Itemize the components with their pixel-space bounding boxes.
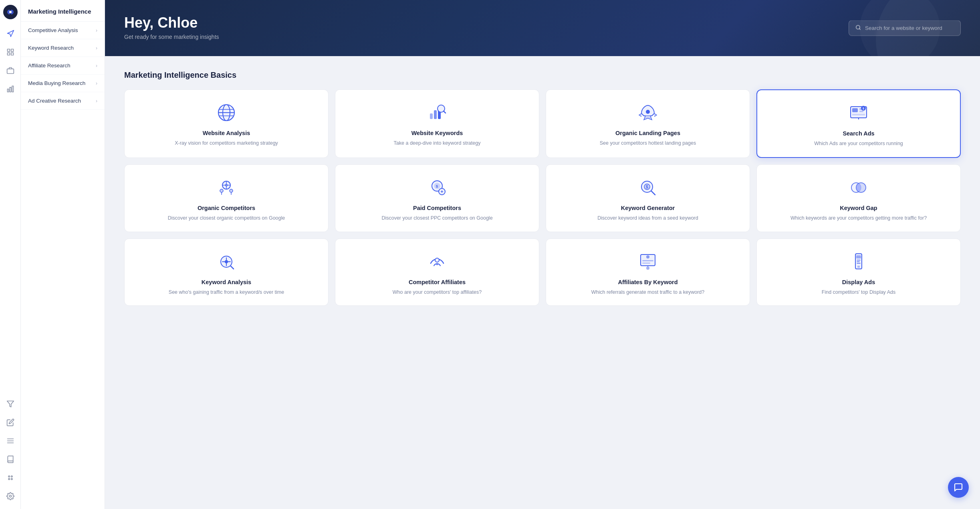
filter-icon[interactable] xyxy=(2,396,18,412)
chevron-right-icon: › xyxy=(96,28,97,33)
content-area: Marketing Intelligence Basics Website An… xyxy=(105,56,980,509)
rocket-icon xyxy=(636,101,659,124)
megaphone-icon[interactable] xyxy=(2,26,18,42)
svg-point-18 xyxy=(9,495,11,497)
card-affiliates-by-keyword[interactable]: Affiliates By Keyword Which referrals ge… xyxy=(546,238,750,306)
display-ads-icon xyxy=(847,250,870,273)
svg-point-49 xyxy=(226,185,227,186)
svg-rect-5 xyxy=(11,53,13,55)
card-title: Organic Competitors xyxy=(198,205,255,211)
svg-rect-36 xyxy=(852,114,865,115)
sidebar-item-affiliate-research[interactable]: Affiliate Research › xyxy=(21,57,105,75)
card-title: Competitor Affiliates xyxy=(409,279,466,285)
keyword-analysis-icon xyxy=(215,250,238,273)
card-desc: Which Ads are your competitors running xyxy=(814,140,903,147)
sidebar-title: Marketing Intelligence xyxy=(21,0,105,22)
greeting-text: Hey, Chloe xyxy=(124,14,961,31)
affiliates-kw-icon xyxy=(636,250,659,273)
card-organic-landing-pages[interactable]: Organic Landing Pages See your competito… xyxy=(546,89,750,158)
ad-screen-icon: $ xyxy=(847,101,870,125)
chevron-right-icon: › xyxy=(96,45,97,51)
menu-icon[interactable] xyxy=(2,433,18,449)
apps-icon[interactable] xyxy=(2,470,18,486)
bar-chart-icon[interactable] xyxy=(2,81,18,97)
svg-point-17 xyxy=(11,479,12,480)
briefcase-icon[interactable] xyxy=(2,63,18,79)
card-competitor-affiliates[interactable]: Competitor Affiliates Who are your compe… xyxy=(335,238,539,306)
svg-point-45 xyxy=(220,189,223,192)
svg-point-74 xyxy=(646,267,649,270)
svg-point-69 xyxy=(436,263,438,265)
sidebar-item-ad-creative-research[interactable]: Ad Creative Research › xyxy=(21,92,105,110)
book-icon[interactable] xyxy=(2,451,18,467)
chevron-right-icon: › xyxy=(96,63,97,69)
competitors-icon xyxy=(215,176,238,199)
svg-text:$: $ xyxy=(436,184,438,188)
card-organic-competitors[interactable]: Organic Competitors Discover your closes… xyxy=(124,164,329,232)
affiliates-icon xyxy=(425,250,449,273)
svg-point-46 xyxy=(230,189,233,192)
search-box[interactable] xyxy=(849,20,961,36)
globe-icon xyxy=(215,101,238,124)
card-desc: Discover keyword ideas from a seed keywo… xyxy=(597,214,698,222)
edit-icon[interactable] xyxy=(2,414,18,430)
keyword-gap-icon xyxy=(847,176,870,199)
paid-competitors-icon: $ xyxy=(425,176,449,199)
chat-button[interactable] xyxy=(948,477,969,498)
app-logo[interactable] xyxy=(3,5,18,19)
keyword-gen-icon: $ xyxy=(636,176,659,199)
icon-rail xyxy=(0,0,21,509)
card-desc: Discover your closest PPC competitors on… xyxy=(381,214,492,222)
svg-point-68 xyxy=(435,258,439,262)
svg-rect-2 xyxy=(7,49,10,52)
sidebar-item-competitive-analysis[interactable]: Competitive Analysis › xyxy=(21,22,105,39)
card-keyword-analysis[interactable]: Keyword Analysis See who's gaining traff… xyxy=(124,238,329,306)
grid-icon[interactable] xyxy=(2,44,18,60)
svg-point-66 xyxy=(225,260,228,263)
card-title: Affiliates By Keyword xyxy=(618,279,678,285)
card-title: Website Analysis xyxy=(203,130,250,136)
settings-icon[interactable] xyxy=(2,488,18,504)
card-desc: Which referrals generate most traffic to… xyxy=(591,289,705,296)
svg-point-62 xyxy=(856,184,861,192)
svg-rect-4 xyxy=(7,53,10,55)
card-desc: Which keywords are your competitors gett… xyxy=(790,214,927,222)
svg-line-57 xyxy=(651,191,655,195)
svg-rect-27 xyxy=(434,110,437,119)
sidebar: Marketing Intelligence Competitive Analy… xyxy=(21,0,105,509)
sidebar-item-media-buying-research[interactable]: Media Buying Research › xyxy=(21,75,105,92)
svg-line-30 xyxy=(444,111,446,113)
card-desc: Who are your competitors' top affiliates… xyxy=(393,289,482,296)
card-display-ads[interactable]: Display Ads Find competitors' top Displa… xyxy=(756,238,961,306)
svg-rect-35 xyxy=(859,111,863,112)
card-website-keywords[interactable]: Website Keywords Take a deep-dive into k… xyxy=(335,89,539,158)
card-title: Paid Competitors xyxy=(413,205,461,211)
search-input[interactable] xyxy=(865,25,954,31)
svg-point-31 xyxy=(646,110,650,114)
card-search-ads[interactable]: $ Search Ads Which Ads are your competit… xyxy=(756,89,961,158)
svg-point-16 xyxy=(8,479,10,480)
header: Hey, Chloe Get ready for some marketing … xyxy=(105,0,980,56)
svg-point-15 xyxy=(11,476,12,477)
card-desc: Find competitors' top Display Ads xyxy=(822,289,895,296)
card-desc: Take a deep-dive into keyword strategy xyxy=(394,139,481,147)
cards-grid: Website Analysis X-ray vision for compet… xyxy=(124,89,961,306)
svg-rect-81 xyxy=(857,266,860,268)
sidebar-item-keyword-research[interactable]: Keyword Research › xyxy=(21,39,105,57)
card-title: Display Ads xyxy=(842,279,875,285)
svg-marker-10 xyxy=(7,401,14,407)
card-keyword-generator[interactable]: $ Keyword Generator Discover keyword ide… xyxy=(546,164,750,232)
main-area: Hey, Chloe Get ready for some marketing … xyxy=(105,0,980,509)
card-website-analysis[interactable]: Website Analysis X-ray vision for compet… xyxy=(124,89,329,158)
svg-rect-7 xyxy=(7,89,8,92)
card-keyword-gap[interactable]: Keyword Gap Which keywords are your comp… xyxy=(756,164,961,232)
svg-point-71 xyxy=(646,255,649,259)
svg-rect-26 xyxy=(430,113,433,119)
search-icon xyxy=(855,25,861,32)
svg-rect-6 xyxy=(7,69,14,74)
card-paid-competitors[interactable]: $ Paid Competitors Discover your closest… xyxy=(335,164,539,232)
svg-line-67 xyxy=(231,266,234,269)
chevron-right-icon: › xyxy=(96,98,97,104)
card-title: Search Ads xyxy=(843,130,874,137)
card-desc: X-ray vision for competitors marketing s… xyxy=(175,139,278,147)
